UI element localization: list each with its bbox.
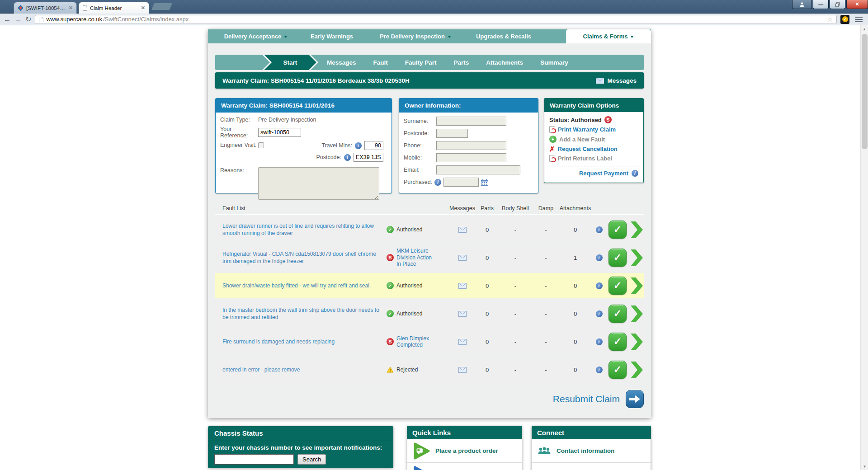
approve-button[interactable]: ✓: [609, 277, 627, 295]
scrollbar-thumb[interactable]: [862, 34, 868, 149]
add-new-fault-link[interactable]: Add a New Fault: [559, 136, 605, 143]
place-product-order-link[interactable]: Place a product order: [407, 439, 522, 463]
resubmit-button[interactable]: [626, 390, 644, 408]
reasons-textarea[interactable]: [258, 167, 379, 200]
surname-input[interactable]: [436, 117, 506, 126]
messages-icon-cell[interactable]: [448, 339, 477, 345]
claim-options-panel: Warranty Claim Options Status: Authorise…: [544, 98, 644, 183]
request-cancellation-link[interactable]: Request Cancellation: [558, 146, 618, 152]
info-icon[interactable]: i: [596, 338, 603, 345]
open-fault-arrow[interactable]: [629, 249, 644, 266]
browser-menu-icon[interactable]: [853, 17, 864, 22]
nav-pre-delivery-inspection[interactable]: Pre Delivery Inspection: [370, 29, 461, 43]
forward-icon[interactable]: →: [14, 16, 22, 23]
step-parts[interactable]: Parts: [445, 59, 478, 66]
approve-button[interactable]: ✓: [609, 333, 627, 351]
tab-close-icon[interactable]: ✕: [141, 5, 145, 11]
print-warranty-claim-link[interactable]: Print Warranty Claim: [558, 126, 616, 133]
contact-information-link[interactable]: Contact information: [532, 439, 651, 463]
scroll-up-icon[interactable]: ▲: [861, 25, 868, 33]
fault-description-link[interactable]: Shower drain/waste badly fitted - we wil…: [215, 282, 387, 289]
open-fault-arrow[interactable]: [629, 334, 644, 350]
step-messages[interactable]: Messages: [318, 59, 365, 66]
messages-link[interactable]: Messages: [596, 77, 637, 84]
browser-tab-inactive[interactable]: [SWIFT-10054] PDI report… ✕: [14, 2, 77, 14]
nav-early-warnings[interactable]: Early Warnings: [294, 29, 370, 43]
nav-upgrades-recalls[interactable]: Upgrades & Recalls: [461, 29, 546, 43]
open-fault-arrow[interactable]: [629, 362, 644, 378]
approve-button[interactable]: ✓: [609, 249, 627, 267]
messages-icon-cell[interactable]: [448, 227, 477, 233]
engineer-visit-checkbox[interactable]: [258, 142, 264, 148]
purchased-input[interactable]: [443, 178, 479, 187]
chassis-number-input[interactable]: [214, 454, 294, 465]
messages-icon-cell[interactable]: [448, 311, 477, 317]
claim-type-label: Claim Type:: [220, 117, 258, 123]
close-button[interactable]: ✕: [846, 0, 868, 9]
tab-title: [SWIFT-10054] PDI report…: [26, 5, 66, 11]
approve-button[interactable]: ✓: [609, 361, 627, 379]
calendar-icon[interactable]: [481, 179, 488, 186]
info-icon[interactable]: i: [434, 179, 441, 186]
approve-button[interactable]: ✓: [609, 305, 627, 323]
resubmit-claim-link[interactable]: Resubmit Claim: [553, 394, 620, 404]
profile-button[interactable]: [792, 0, 812, 9]
new-tab-button[interactable]: [151, 3, 172, 10]
fault-description-link[interactable]: In the master bedroom the wall trim stri…: [215, 306, 387, 321]
chassis-search-button[interactable]: Search: [297, 454, 326, 465]
messages-icon-cell[interactable]: [448, 283, 477, 289]
info-icon[interactable]: i: [596, 226, 603, 233]
print-returns-label-link[interactable]: Print Returns Label: [558, 155, 612, 162]
tab-close-icon[interactable]: ✕: [69, 5, 73, 11]
minimize-button[interactable]: —: [813, 0, 829, 9]
restore-button[interactable]: [830, 0, 845, 9]
owner-postcode-input[interactable]: [436, 129, 468, 138]
open-fault-arrow[interactable]: [629, 306, 644, 322]
open-fault-arrow[interactable]: [629, 277, 644, 294]
info-icon[interactable]: i: [596, 367, 603, 373]
fault-description-link[interactable]: Fire surround is damaged and needs repla…: [215, 338, 387, 345]
info-icon[interactable]: i: [596, 254, 603, 261]
supplier-badge-icon: S: [387, 338, 394, 345]
request-payment-link[interactable]: Request Payment: [579, 170, 628, 177]
info-icon[interactable]: i: [596, 310, 603, 317]
mobile-input[interactable]: [436, 153, 506, 162]
step-summary[interactable]: Summary: [532, 59, 577, 66]
fault-description-link[interactable]: Refrigerator Visual - CDA S/N cda1508130…: [215, 250, 387, 265]
step-attachments[interactable]: Attachments: [477, 59, 532, 66]
url-host: www.supercare.co.uk: [46, 16, 102, 23]
travel-mins-input[interactable]: [364, 141, 383, 150]
nav-delivery-acceptance[interactable]: Delivery Acceptance: [218, 29, 294, 43]
messages-icon-cell[interactable]: [448, 255, 477, 261]
browser-tab-active[interactable]: Claim Header ✕: [79, 2, 149, 14]
info-icon[interactable]: i: [596, 282, 603, 289]
email-input[interactable]: [436, 165, 520, 174]
back-icon[interactable]: ←: [4, 16, 11, 23]
scroll-down-icon[interactable]: ▼: [861, 463, 868, 470]
step-faulty-part[interactable]: Faulty Part: [396, 59, 445, 66]
reference-input[interactable]: [258, 128, 301, 137]
approve-button[interactable]: ✓: [609, 221, 627, 239]
vertical-scrollbar[interactable]: ▲ ▼: [860, 25, 868, 470]
bookmark-star-icon[interactable]: ☆: [827, 16, 833, 23]
email-label: Email:: [404, 167, 436, 173]
info-icon[interactable]: i: [344, 154, 351, 161]
info-icon[interactable]: i: [355, 142, 362, 149]
step-start[interactable]: Start: [262, 55, 318, 70]
financial-documents-link[interactable]: Financial documents: [532, 463, 651, 470]
nav-claims-forms[interactable]: Claims & Forms: [566, 29, 651, 43]
step-fault[interactable]: Fault: [365, 59, 396, 66]
mobile-label: Mobile:: [404, 155, 436, 161]
norton-extension-icon[interactable]: ✓: [840, 15, 849, 24]
messages-icon-cell[interactable]: [448, 367, 477, 373]
refresh-icon[interactable]: ↻: [25, 16, 31, 23]
address-bar[interactable]: www.supercare.co.uk/SwiftConnect/Claims/…: [35, 15, 837, 24]
phone-input[interactable]: [436, 141, 506, 150]
info-icon[interactable]: i: [632, 170, 638, 177]
postcode-input[interactable]: [354, 153, 383, 162]
fault-description-link[interactable]: entered in error - please remove: [215, 366, 387, 373]
open-fault-arrow[interactable]: [629, 221, 644, 238]
claim-step-nav: Start Messages Fault Faulty Part Parts A…: [215, 55, 644, 70]
fault-description-link[interactable]: Lower drawer runner is out of line and r…: [215, 222, 387, 237]
place-parts-order-link[interactable]: Place a parts order: [407, 463, 522, 470]
